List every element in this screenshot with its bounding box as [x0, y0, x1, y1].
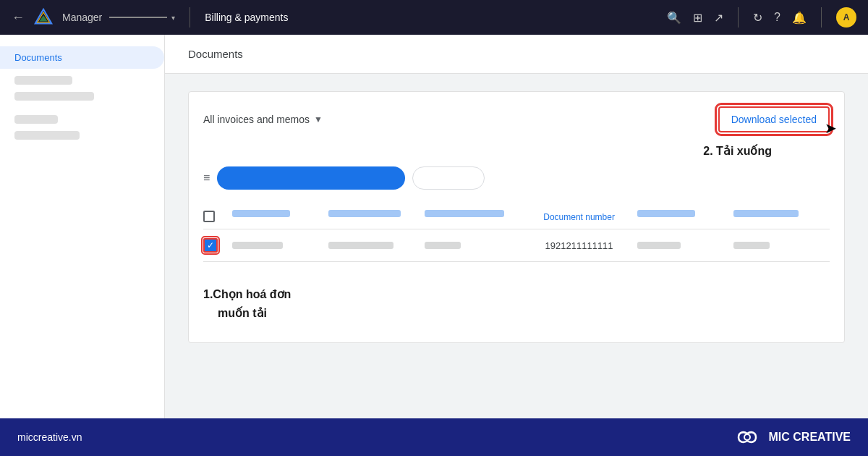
bell-icon[interactable]: 🔔 — [792, 11, 807, 25]
content-area: Documents All invoices and memos ▼ Downl… — [165, 35, 868, 418]
svg-point-3 — [744, 434, 750, 440]
footer-brand-label: MIC CREATIVE — [769, 431, 851, 444]
footer-brand: MIC CREATIVE — [733, 428, 851, 447]
footer: miccreative.vn MIC CREATIVE — [0, 418, 868, 456]
svg-marker-2 — [39, 15, 47, 21]
app-logo — [33, 7, 54, 28]
table-header: Document number — [203, 204, 830, 229]
row-col-1 — [232, 242, 328, 249]
sidebar-item-documents[interactable]: Documents — [0, 46, 164, 69]
card-top-row: All invoices and memos ▼ Download select… — [203, 106, 830, 132]
main-layout: Documents Documents All invoices and mem… — [0, 35, 868, 418]
billing-label: Billing & payments — [205, 12, 288, 23]
nav-divider — [190, 7, 190, 28]
invoices-dropdown[interactable]: All invoices and memos ▼ — [203, 114, 323, 125]
mic-creative-logo-icon — [733, 428, 762, 447]
documents-header: Documents — [165, 35, 868, 74]
header-checkbox[interactable] — [203, 211, 215, 222]
header-col-5 — [637, 210, 733, 223]
nav-divider-3 — [821, 7, 822, 28]
search-icon[interactable]: 🔍 — [667, 11, 681, 25]
row-checkbox[interactable]: ✓ — [203, 238, 218, 253]
content-inner: All invoices and memos ▼ Download select… — [165, 74, 868, 360]
sidebar: Documents — [0, 35, 165, 418]
header-col-2 — [328, 210, 425, 223]
app-manager-label: Manager ▾ — [62, 12, 175, 23]
sidebar-placeholder-2 — [14, 92, 94, 101]
footer-url: miccreative.vn — [17, 431, 82, 443]
sidebar-placeholder-4 — [14, 131, 80, 140]
row-col-5 — [637, 242, 733, 249]
avatar[interactable]: A — [836, 7, 856, 28]
header-col-6 — [733, 210, 830, 223]
documents-card: All invoices and memos ▼ Download select… — [188, 91, 845, 343]
filter-pill-outline[interactable] — [412, 166, 485, 190]
nav-divider-2 — [738, 7, 739, 28]
refresh-icon[interactable]: ↻ — [753, 11, 762, 25]
annotation-1: 1.Chọn hoá đơn muốn tải — [203, 279, 830, 328]
sidebar-placeholder-1 — [14, 76, 72, 85]
row-col-3 — [425, 242, 521, 249]
sidebar-placeholder-3 — [14, 115, 58, 124]
annotation-2: 2. Tải xuống — [203, 144, 830, 158]
share-icon[interactable]: ↗ — [714, 11, 723, 25]
header-col-3 — [425, 210, 521, 223]
grid-icon[interactable]: ⊞ — [693, 11, 702, 25]
header-document-number: Document number — [522, 210, 637, 223]
table-row: ✓ 1921211111111 — [203, 229, 830, 262]
row-col-2 — [328, 242, 425, 249]
header-col-1 — [232, 210, 328, 223]
row-col-6 — [733, 242, 830, 249]
top-nav: ← Manager ▾ Billing & payments 🔍 ⊞ ↗ ↻ ?… — [0, 0, 868, 35]
invoices-dropdown-label: All invoices and memos — [203, 114, 310, 125]
row-document-number: 1921211111111 — [522, 240, 637, 251]
back-button[interactable]: ← — [12, 10, 25, 25]
nav-right-icons: 🔍 ⊞ ↗ ↻ ? 🔔 A — [667, 7, 856, 28]
filter-pill-blue[interactable] — [217, 166, 405, 190]
chevron-down-icon: ▼ — [314, 114, 323, 124]
help-icon[interactable]: ? — [774, 11, 780, 24]
filter-icon[interactable]: ≡ — [203, 172, 210, 185]
row-checkbox-cell: ✓ — [203, 238, 232, 253]
header-checkbox-cell — [203, 210, 232, 223]
download-btn-container: Download selected ➤ — [718, 106, 830, 132]
filter-row: ≡ — [203, 166, 830, 190]
annotation-1-text: 1.Chọn hoá đơn muốn tải — [203, 285, 830, 322]
download-selected-button[interactable]: Download selected — [718, 106, 830, 132]
